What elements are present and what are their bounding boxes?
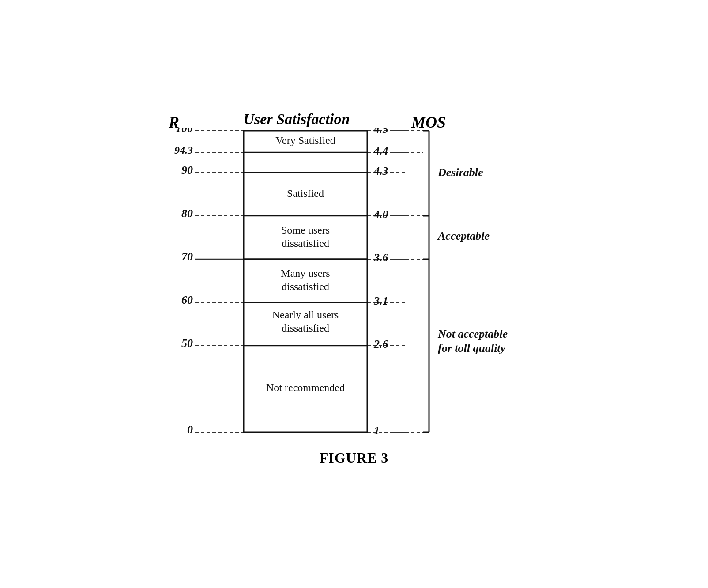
- mos-tick-44: 4.4: [373, 144, 388, 157]
- zone-nearly-all-line2: dissatisfied: [282, 322, 329, 334]
- zone-many-dissatisfied-line2: dissatisfied: [282, 281, 329, 292]
- r-tick-943: 94.3: [174, 144, 193, 156]
- mos-tick-43: 4.3: [373, 165, 388, 177]
- zone-some-dissatisfied-line2: dissatisfied: [282, 237, 329, 249]
- page: R User Satisfaction MOS 100 94.3 90 80: [0, 0, 708, 588]
- r-tick-50: 50: [181, 337, 193, 350]
- bracket-label-acceptable: Acceptable: [437, 230, 490, 242]
- mos-tick-1: 1: [374, 424, 380, 437]
- zone-not-recommended: Not recommended: [266, 382, 345, 393]
- mos-tick-45: 4.5: [373, 128, 388, 136]
- mos-tick-26: 2.6: [373, 338, 388, 351]
- zone-satisfied: Satisfied: [287, 188, 324, 199]
- mos-tick-36: 3.6: [373, 251, 388, 264]
- zone-very-satisfied: Very Satisfied: [275, 135, 335, 146]
- figure-caption: FIGURE 3: [320, 450, 388, 466]
- r-tick-60: 60: [181, 294, 193, 306]
- bracket-label-notacceptable-line2: for toll quality: [438, 342, 506, 354]
- zone-some-dissatisfied-line1: Some users: [281, 224, 330, 236]
- bracket-label-desirable: Desirable: [437, 166, 483, 179]
- diagram-container: R User Satisfaction MOS 100 94.3 90 80: [155, 87, 553, 475]
- r-tick-0: 0: [187, 423, 193, 436]
- r-tick-70: 70: [181, 250, 193, 263]
- bracket-label-notacceptable-line1: Not acceptable: [437, 328, 508, 340]
- zone-nearly-all-line1: Nearly all users: [272, 309, 339, 320]
- chart-title: User Satisfaction: [226, 111, 367, 128]
- r-tick-100: 100: [176, 128, 193, 135]
- r-tick-80: 80: [181, 207, 193, 220]
- zone-many-dissatisfied-line1: Many users: [281, 268, 330, 279]
- r-tick-90: 90: [181, 164, 193, 177]
- mos-tick-31: 3.1: [373, 294, 388, 307]
- mos-tick-40: 4.0: [373, 208, 388, 221]
- chart-svg: 100 94.3 90 80 70 60 50: [155, 128, 553, 437]
